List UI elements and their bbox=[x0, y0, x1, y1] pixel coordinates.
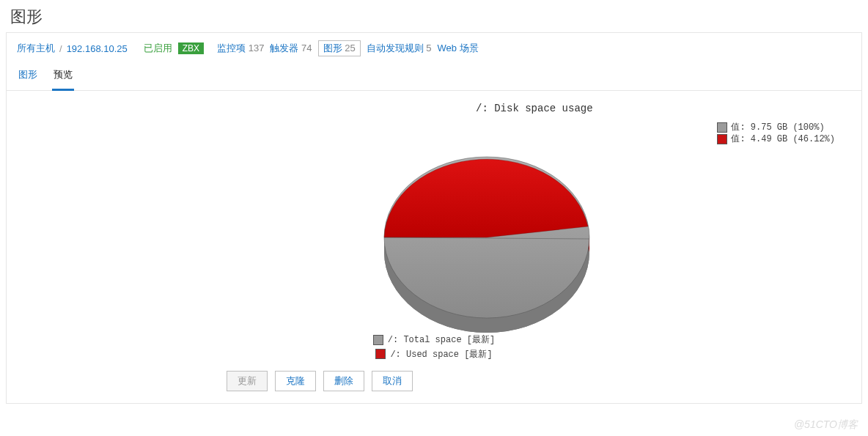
nav-graphs[interactable]: 图形 25 bbox=[318, 40, 361, 56]
swatch-red-icon bbox=[375, 349, 386, 359]
pie-chart bbox=[377, 131, 597, 351]
tabs: 图形 预览 bbox=[7, 62, 861, 91]
chart-title: /: Disk space usage bbox=[476, 103, 593, 114]
swatch-red-icon bbox=[717, 134, 727, 144]
nav-web[interactable]: Web 场景 bbox=[437, 42, 478, 55]
breadcrumb: 所有主机 / 192.168.10.25 已启用 ZBX 监控项 137 触发器… bbox=[7, 33, 861, 62]
delete-button[interactable]: 删除 bbox=[323, 371, 364, 391]
clone-button[interactable]: 克隆 bbox=[275, 371, 316, 391]
page-title: 图形 bbox=[0, 0, 868, 32]
swatch-gray-icon bbox=[373, 335, 383, 345]
legend-row-used: 值: 4.49 GB (46.12%) bbox=[717, 133, 835, 145]
chart-area: /: Disk space usage 值: 9.75 GB (100%) 值:… bbox=[7, 91, 861, 362]
nav-discovery[interactable]: 自动发现规则 5 bbox=[367, 42, 432, 55]
legend-bottom-total: /: Total space [最新] bbox=[373, 333, 495, 346]
legend-bottom-used: /: Used space [最新] bbox=[375, 348, 492, 361]
watermark: @51CTO博客 bbox=[794, 418, 858, 432]
legend-row-total: 值: 9.75 GB (100%) bbox=[717, 122, 835, 133]
zbx-badge: ZBX bbox=[178, 43, 204, 54]
main-panel: 所有主机 / 192.168.10.25 已启用 ZBX 监控项 137 触发器… bbox=[6, 32, 862, 404]
tab-graph[interactable]: 图形 bbox=[17, 62, 39, 90]
nav-monitors[interactable]: 监控项 137 bbox=[217, 42, 264, 55]
breadcrumb-sep: / bbox=[59, 43, 62, 54]
breadcrumb-all-hosts[interactable]: 所有主机 bbox=[17, 42, 55, 55]
swatch-gray-icon bbox=[717, 122, 727, 133]
cancel-button[interactable]: 取消 bbox=[372, 371, 413, 391]
tab-preview[interactable]: 预览 bbox=[52, 62, 74, 91]
chart-legend-bottom: /: Total space [最新] /: Used space [最新] bbox=[7, 333, 861, 362]
update-button: 更新 bbox=[227, 371, 268, 391]
chart-legend-values: 值: 9.75 GB (100%) 值: 4.49 GB (46.12%) bbox=[717, 122, 835, 145]
breadcrumb-host-ip[interactable]: 192.168.10.25 bbox=[67, 43, 128, 54]
status-enabled: 已启用 bbox=[144, 42, 172, 55]
nav-triggers[interactable]: 触发器 74 bbox=[270, 42, 312, 55]
button-bar: 更新 克隆 删除 取消 bbox=[7, 362, 861, 403]
